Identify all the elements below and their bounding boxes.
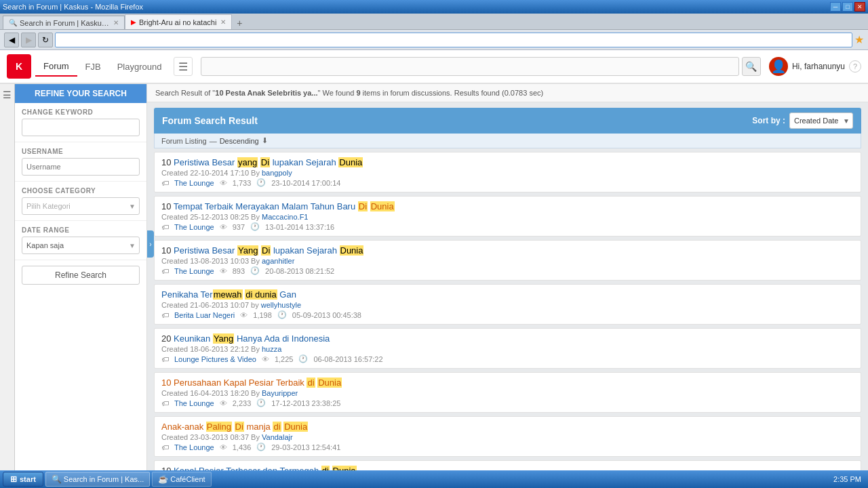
nav-playground[interactable]: Playground [109, 58, 170, 76]
date-range-select-wrapper: Kapan saja ▼ [22, 237, 140, 254]
forum-item-4: Penikaha Termewah di dunia Gan Created 2… [154, 284, 861, 325]
content-area: Search Result of "10 Pesta Anak Selebrit… [147, 84, 868, 470]
item-1-title[interactable]: 10 Peristiwa Besar yang Di lupakan Sejar… [161, 157, 854, 167]
item-7-title[interactable]: Anak-anak Paling Di manja di Dunia [161, 422, 854, 432]
address-bar: ◀ ▶ ↻ www.kaskus.co.id/search/forum?f=fo… [0, 30, 868, 50]
forum-item-1: 10 Peristiwa Besar yang Di lupakan Sejar… [154, 152, 861, 192]
change-keyword-section: CHANGE KEYWORD 10 Pesta Anak Selebr [15, 103, 146, 142]
help-icon[interactable]: ? [849, 60, 861, 73]
tab-2-favicon: ▶ [131, 18, 136, 26]
tab-2-close[interactable]: ✕ [220, 18, 226, 26]
item-5-title[interactable]: 20 Keunikan Yang Hanya Ada di Indonesia [161, 333, 854, 344]
sidebar-toggle-strip[interactable]: ☰ [0, 84, 15, 470]
item-4-clock-icon: 🕐 [277, 310, 287, 319]
item-2-clock-icon: 🕐 [250, 222, 260, 231]
results-panel: Forum Search Result Sort by : Created Da… [147, 102, 868, 470]
result-panel-header: Forum Search Result Sort by : Created Da… [154, 108, 861, 134]
item-6-views-icon: 👁 [220, 399, 227, 407]
item-4-title[interactable]: Penikaha Termewah di dunia Gan [161, 289, 854, 300]
address-input[interactable]: www.kaskus.co.id/search/forum?f=forum&q=… [55, 33, 852, 47]
item-7-meta: Created 23-03-2013 08:37 By Vandalajr [161, 433, 854, 441]
forum-listing-bar: Forum Listing — Descending ⬇ [154, 134, 861, 148]
header-search-input[interactable]: 10 Pesta Anak Selebritis yang [201, 57, 738, 76]
item-4-tag[interactable]: Berita Luar Negeri [174, 311, 235, 319]
item-1-views-icon: 👁 [220, 179, 227, 187]
window-title: Search in Forum | Kaskus - Mozilla Firef… [3, 3, 143, 11]
nav-forum[interactable]: Forum [35, 57, 77, 77]
header-search-btn[interactable]: 🔍 [742, 57, 761, 76]
item-7-date: 29-03-2013 12:54:41 [271, 443, 340, 451]
item-7-tags: 🏷 The Lounge 👁 1,436 🕐 29-03-2013 12:54:… [161, 443, 854, 451]
item-2-views-icon: 👁 [220, 223, 227, 231]
item-1-tag[interactable]: The Lounge [174, 179, 214, 187]
nav-fjb[interactable]: FJB [77, 58, 109, 76]
win-controls: ─ □ ✕ [830, 2, 865, 12]
item-3-title[interactable]: 10 Peristiwa Besar Yang Di lupakan Sejar… [161, 245, 854, 256]
keyword-input[interactable]: 10 Pesta Anak Selebr [22, 119, 140, 136]
item-2-title[interactable]: 10 Tempat Terbaik Merayakan Malam Tahun … [161, 201, 854, 211]
item-6-tag[interactable]: The Lounge [174, 399, 214, 407]
item-3-views: 893 [233, 267, 245, 275]
collapse-handle[interactable]: › [147, 230, 154, 258]
start-button[interactable]: ⊞ start [3, 472, 43, 487]
taskbar-item-1-icon: 🔍 [52, 474, 62, 484]
item-3-clock-icon: 🕐 [250, 266, 260, 275]
item-2-tag-icon: 🏷 [161, 223, 169, 231]
date-range-select[interactable]: Kapan saja [22, 237, 140, 254]
forward-btn[interactable]: ▶ [21, 33, 36, 47]
item-7-tag-icon: 🏷 [161, 443, 169, 451]
item-5-views: 1,225 [275, 355, 294, 363]
reload-btn[interactable]: ↻ [38, 33, 53, 47]
listing-sort-icon[interactable]: ⬇ [262, 136, 268, 145]
list-view-icon[interactable]: ☰ [0, 87, 14, 103]
item-1-meta: Created 22-10-2014 17:10 By bangpoly [161, 169, 854, 177]
item-4-tag-icon: 🏷 [161, 311, 169, 319]
header-menu-icon[interactable]: ☰ [174, 57, 193, 76]
windows-icon: ⊞ [10, 474, 17, 484]
filter-panel: REFINE YOUR SEARCH CHANGE KEYWORD 10 Pes… [15, 84, 147, 470]
item-1-date: 23-10-2014 17:00:14 [271, 179, 340, 187]
category-select-wrapper: Pilih Kategori ▼ [22, 197, 140, 215]
item-7-views-icon: 👁 [220, 443, 227, 451]
item-8-title[interactable]: 10 Kapal Pesiar Terbesar dan Termegah di… [161, 466, 854, 470]
item-7-clock-icon: 🕐 [256, 443, 266, 451]
tab-1[interactable]: 🔍 Search in Forum | Kaskus - ✕ [3, 16, 125, 29]
forum-listing-order[interactable]: Descending [220, 137, 259, 145]
result-info-bar: Search Result of "10 Pesta Anak Selebrit… [147, 84, 868, 102]
new-tab-btn[interactable]: + [232, 17, 247, 29]
item-4-date: 05-09-2013 00:45:38 [292, 311, 361, 319]
item-6-title[interactable]: 10 Perusahaan Kapal Pesiar Terbaik di Du… [161, 378, 854, 388]
maximize-btn[interactable]: □ [842, 2, 853, 12]
tab-1-close[interactable]: ✕ [113, 19, 119, 26]
bookmark-star-icon[interactable]: ★ [854, 33, 864, 46]
site-header: K Forum FJB Playground ☰ 10 Pesta Anak S… [0, 50, 868, 84]
result-info-text: Search Result of "10 Pesta Anak Selebrit… [155, 89, 543, 97]
refine-search-btn[interactable]: Refine Search [22, 266, 140, 285]
forum-item-3: 10 Peristiwa Besar Yang Di lupakan Sejar… [154, 240, 861, 281]
kaskus-logo[interactable]: K [7, 54, 31, 79]
item-2-tag[interactable]: The Lounge [174, 223, 214, 231]
sort-select[interactable]: Created Date [789, 113, 853, 129]
item-6-tags: 🏷 The Lounge 👁 2,233 🕐 17-12-2013 23:38:… [161, 399, 854, 407]
forum-search-result-title: Forum Search Result [162, 115, 258, 126]
item-3-tag[interactable]: The Lounge [174, 267, 214, 275]
date-range-section: DATE RANGE Kapan saja ▼ [15, 221, 146, 260]
category-select[interactable]: Pilih Kategori [22, 197, 140, 215]
tab-2[interactable]: ▶ Bright-Aru ai no katachi ✕ [125, 14, 232, 29]
start-label: start [20, 475, 36, 483]
close-btn[interactable]: ✕ [854, 2, 865, 12]
browser-chrome: Search in Forum | Kaskus - Mozilla Firef… [0, 0, 868, 50]
item-7-tag[interactable]: The Lounge [174, 443, 214, 451]
sort-by-section: Sort by : Created Date ▼ [752, 113, 853, 129]
back-btn[interactable]: ◀ [4, 33, 19, 47]
minimize-btn[interactable]: ─ [830, 2, 841, 12]
username-input[interactable] [22, 158, 140, 176]
taskbar-item-2[interactable]: ☕ CaféClient [152, 472, 211, 487]
refine-header: REFINE YOUR SEARCH [15, 84, 146, 103]
item-5-tag[interactable]: Lounge Pictures & Video [174, 355, 256, 363]
item-5-meta: Created 18-06-2013 22:12 By huzza [161, 345, 854, 353]
item-7-views: 1,436 [233, 443, 252, 451]
user-greeting: Hi, farhanunyu [792, 62, 845, 71]
result-keyword: 10 Pesta Anak Selebritis ya... [215, 89, 317, 97]
taskbar-item-1[interactable]: 🔍 Search in Forum | Kas... [45, 472, 150, 487]
